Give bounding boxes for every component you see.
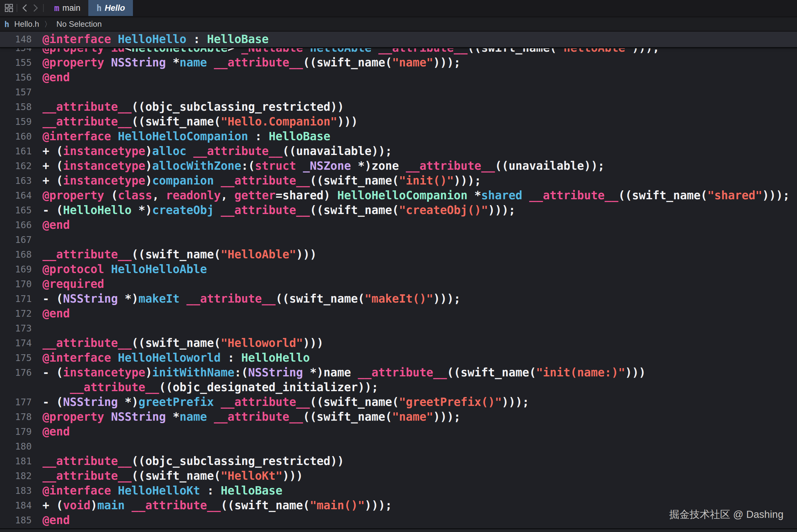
breadcrumb-selection[interactable]: No Selection — [56, 19, 101, 29]
code-text: @interface HelloHelloworld : HelloHello — [32, 350, 310, 365]
code-text: - (instancetype)initWithName:(NSString *… — [32, 365, 646, 380]
sticky-declaration-line: 148@interface HelloHello : HelloBase — [0, 32, 797, 47]
code-token — [111, 33, 118, 46]
bottom-bar — [0, 529, 797, 532]
line-number: 185 — [0, 513, 32, 528]
tab-main[interactable]: m main — [46, 0, 88, 16]
tab-hello-label: Hello — [105, 3, 125, 13]
watermark: 掘金技术社区 @ Dashing — [669, 508, 783, 521]
code-token: * — [166, 410, 180, 423]
code-token: "name" — [392, 410, 433, 423]
code-token: @interface — [42, 130, 111, 143]
code-text: __attribute__((swift_name("HelloAble"))) — [32, 247, 317, 262]
code-token — [104, 410, 111, 423]
code-token: "greetPrefix()" — [399, 396, 502, 409]
code-token: : — [221, 351, 241, 364]
line-number: 182 — [0, 469, 32, 483]
code-token: * — [467, 189, 481, 202]
code-token: ((swift_name( — [467, 48, 557, 54]
code-token: *) — [132, 204, 152, 217]
code-token: ))); — [454, 174, 481, 187]
code-token: __attribute__ — [221, 204, 310, 217]
code-token: =shared) — [275, 189, 337, 202]
code-token: ( — [104, 189, 118, 202]
code-token — [207, 410, 214, 423]
related-items-icon[interactable] — [4, 3, 14, 13]
code-token: @required — [42, 278, 104, 291]
code-line: 178@property NSString *name __attribute_… — [0, 410, 797, 424]
code-token: ))); — [433, 292, 461, 305]
code-token: ((swift_name( — [303, 410, 392, 423]
code-token: _NSZone — [303, 159, 351, 172]
code-token: HelloHelloAble — [132, 48, 228, 54]
code-token: ((swift_name( — [447, 366, 536, 379]
code-text: @end — [32, 424, 70, 439]
code-token: ((swift_name( — [275, 292, 365, 305]
code-token: instancetype — [63, 145, 145, 158]
code-token: __attribute__ — [221, 396, 310, 409]
code-token — [303, 48, 310, 54]
breadcrumb-file[interactable]: Hello.h — [14, 19, 39, 29]
code-token: __attribute__ — [42, 115, 132, 128]
code-token: ((unavailable)); — [282, 145, 392, 158]
code-token: ) — [145, 174, 152, 187]
code-line: 164@property (class, readonly, getter=sh… — [0, 188, 797, 203]
code-line: 157 — [0, 85, 797, 100]
code-token — [214, 174, 221, 187]
m-file-icon: m — [54, 3, 59, 13]
code-token: ))) — [296, 248, 317, 261]
code-token: "Hello.Companion" — [221, 115, 337, 128]
code-line: 170@required — [0, 277, 797, 291]
code-text — [32, 232, 42, 247]
code-token: "createObj()" — [399, 204, 488, 217]
forward-button[interactable] — [30, 3, 41, 13]
code-token: ((objc_designated_initializer)); — [159, 381, 378, 394]
code-token: __attribute__ — [186, 292, 276, 305]
code-token: readonly — [166, 189, 221, 202]
code-token: "HelloKt" — [221, 469, 282, 482]
code-token — [104, 263, 111, 276]
tab-hello[interactable]: h Hello — [88, 0, 133, 16]
line-number: 148 — [0, 32, 32, 47]
code-token: HelloHelloCompanion — [337, 189, 467, 202]
code-token: "shared" — [707, 189, 762, 202]
code-token: ((unavailable)); — [495, 159, 604, 172]
code-token: *)zone — [351, 159, 406, 172]
code-token: ))) — [625, 366, 646, 379]
header-file-icon: h — [4, 19, 9, 29]
code-token: HelloHello — [241, 351, 310, 364]
tab-bar: m main h Hello — [0, 0, 797, 16]
code-text: __attribute__((swift_name("Helloworld"))… — [32, 336, 323, 350]
line-number: 173 — [0, 321, 32, 336]
code-text: - (NSString *)greetPrefix __attribute__(… — [32, 395, 529, 410]
code-token: ))); — [632, 48, 660, 54]
line-number: 166 — [0, 218, 32, 232]
code-token: ))); — [365, 499, 392, 512]
line-number — [0, 380, 32, 395]
line-number: 155 — [0, 55, 32, 70]
code-token: name — [180, 56, 207, 69]
code-editor[interactable]: 148@interface HelloHello : HelloBase 154… — [0, 32, 797, 532]
code-token: HelloBase — [207, 33, 268, 46]
code-line: 158__attribute__((objc_subclassing_restr… — [0, 100, 797, 114]
code-text: @end — [32, 218, 70, 232]
code-line: 179@end — [0, 424, 797, 439]
tab-main-label: main — [62, 3, 81, 13]
line-number: 180 — [0, 439, 32, 454]
code-token: shared — [481, 189, 522, 202]
code-token: HelloHelloAble — [111, 263, 207, 276]
code-text: @end — [32, 513, 70, 528]
code-token: ) — [91, 499, 97, 512]
back-button[interactable] — [20, 3, 30, 13]
code-token: ) — [145, 145, 152, 158]
line-number: 170 — [0, 277, 32, 291]
code-token: < — [125, 48, 131, 54]
code-token — [207, 56, 214, 69]
line-number: 161 — [0, 144, 32, 159]
code-text: @property NSString *name __attribute__((… — [32, 55, 461, 70]
code-text: @property NSString *name __attribute__((… — [32, 410, 461, 424]
code-token: helloAble — [310, 48, 371, 54]
code-text: __attribute__((objc_designated_initializ… — [32, 380, 378, 395]
code-token — [125, 499, 131, 512]
code-token: __attribute__ — [193, 145, 282, 158]
